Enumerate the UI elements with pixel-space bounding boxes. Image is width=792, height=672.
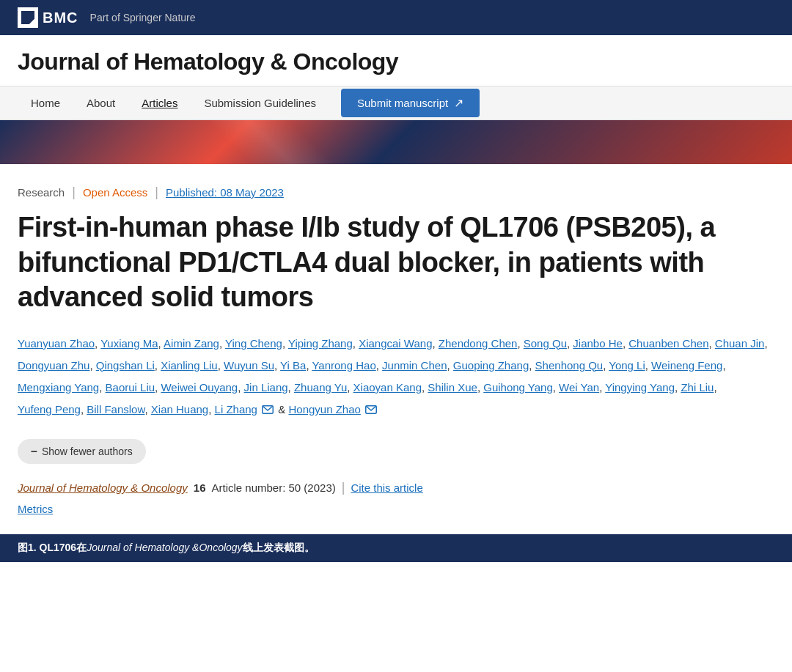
author-7[interactable]: Zhendong Chen	[439, 337, 518, 350]
nav-about[interactable]: About	[73, 86, 128, 119]
author-6[interactable]: Xiangcai Wang	[359, 337, 432, 350]
email-icon-zhang	[262, 399, 274, 421]
journal-banner	[0, 120, 792, 164]
author-27[interactable]: Zhuang Yu	[294, 381, 347, 394]
submit-btn-label: Submit manuscript	[357, 97, 448, 109]
nav-bar: Home About Articles Submission Guideline…	[0, 86, 792, 120]
article-title: First-in-human phase I/Ib study of QL170…	[18, 210, 774, 315]
caption-bar: 图1. QL1706在Journal of Hematology &Oncolo…	[0, 534, 792, 562]
author-22[interactable]: Weineng Feng	[651, 359, 722, 372]
author-25[interactable]: Weiwei Ouyang	[161, 381, 238, 394]
author-2[interactable]: Yuxiang Ma	[100, 337, 158, 350]
author-5[interactable]: Yiping Zhang	[288, 337, 353, 350]
author-23[interactable]: Mengxiang Yang	[18, 381, 99, 394]
author-10[interactable]: Chuanben Chen	[628, 337, 708, 350]
author-30[interactable]: Guihong Yang	[483, 381, 553, 394]
author-36[interactable]: Xian Huang	[151, 403, 208, 416]
nav-submission[interactable]: Submission Guidelines	[191, 86, 329, 119]
author-35[interactable]: Bill Fanslow	[87, 403, 144, 416]
journal-volume: 16	[194, 481, 206, 494]
nav-home[interactable]: Home	[18, 86, 73, 119]
meta-divider-2: |	[155, 185, 158, 200]
author-26[interactable]: Jin Liang	[244, 381, 288, 394]
author-31[interactable]: Wei Yan	[559, 381, 599, 394]
author-8[interactable]: Song Qu	[524, 337, 567, 350]
journal-ref-link[interactable]: Journal of Hematology & Oncology	[18, 481, 188, 494]
author-24[interactable]: Baorui Liu	[106, 381, 155, 394]
article-content: Research | Open Access | Published: 08 M…	[0, 164, 792, 534]
author-29[interactable]: Shilin Xue	[428, 381, 477, 394]
author-12[interactable]: Dongyuan Zhu	[18, 359, 89, 372]
author-37[interactable]: Li Zhang	[215, 403, 257, 416]
bmc-logo: BMC	[18, 7, 78, 28]
submit-manuscript-button[interactable]: Submit manuscript ↗︎	[341, 89, 480, 117]
email-icon-zhao	[365, 399, 377, 421]
author-28[interactable]: Xiaoyan Kang	[353, 381, 422, 394]
article-meta-line: Research | Open Access | Published: 08 M…	[18, 185, 774, 200]
ref-divider: |	[342, 480, 345, 495]
bmc-logo-box	[18, 7, 38, 28]
journal-ref-line: Journal of Hematology & Oncology 16 Arti…	[18, 480, 774, 495]
author-15[interactable]: Wuyun Su	[224, 359, 274, 372]
author-33[interactable]: Zhi Liu	[681, 381, 714, 394]
springer-tagline: Part of Springer Nature	[90, 12, 196, 23]
nav-articles[interactable]: Articles	[128, 86, 191, 119]
author-34[interactable]: Yufeng Peng	[18, 403, 81, 416]
author-18[interactable]: Junmin Chen	[382, 359, 447, 372]
open-access-badge: Open Access	[83, 186, 147, 199]
author-3[interactable]: Aimin Zang	[164, 337, 219, 350]
metrics-link[interactable]: Metrics	[18, 503, 53, 515]
show-fewer-authors-button[interactable]: – Show fewer authors	[18, 439, 146, 464]
author-32[interactable]: Yingying Yang	[605, 381, 675, 394]
author-38[interactable]: Hongyun Zhao	[288, 403, 360, 416]
meta-divider-1: |	[72, 185, 76, 200]
cite-this-article-link[interactable]: Cite this article	[351, 481, 422, 494]
author-14[interactable]: Xianling Liu	[161, 359, 218, 372]
submit-icon: ↗︎	[454, 96, 463, 110]
author-16[interactable]: Yi Ba	[280, 359, 306, 372]
article-category: Research	[18, 186, 65, 199]
top-bar: BMC Part of Springer Nature	[0, 0, 792, 35]
journal-title: Journal of Hematology & Oncology	[18, 48, 774, 75]
author-20[interactable]: Shenhong Qu	[535, 359, 604, 372]
author-21[interactable]: Yong Li	[609, 359, 645, 372]
journal-title-bar: Journal of Hematology & Oncology	[0, 35, 792, 86]
dash-icon: –	[31, 445, 37, 458]
authors-section: Yuanyuan Zhao, Yuxiang Ma, Aimin Zang, Y…	[18, 333, 774, 421]
author-1[interactable]: Yuanyuan Zhao	[18, 337, 95, 350]
caption-text: 图1. QL1706在Journal of Hematology &Oncolo…	[18, 542, 315, 553]
author-4[interactable]: Ying Cheng	[225, 337, 282, 350]
published-date[interactable]: Published: 08 May 2023	[166, 186, 284, 199]
author-19[interactable]: Guoping Zhang	[453, 359, 529, 372]
author-9[interactable]: Jianbo He	[573, 337, 623, 350]
author-13[interactable]: Qingshan Li	[96, 359, 155, 372]
author-17[interactable]: Yanrong Hao	[312, 359, 375, 372]
show-fewer-label: Show fewer authors	[42, 446, 133, 457]
author-11[interactable]: Chuan Jin	[715, 337, 765, 350]
bmc-brand-text: BMC	[43, 10, 78, 26]
bmc-logo-shape	[21, 11, 34, 24]
journal-article-number: Article number: 50 (2023)	[211, 481, 335, 494]
